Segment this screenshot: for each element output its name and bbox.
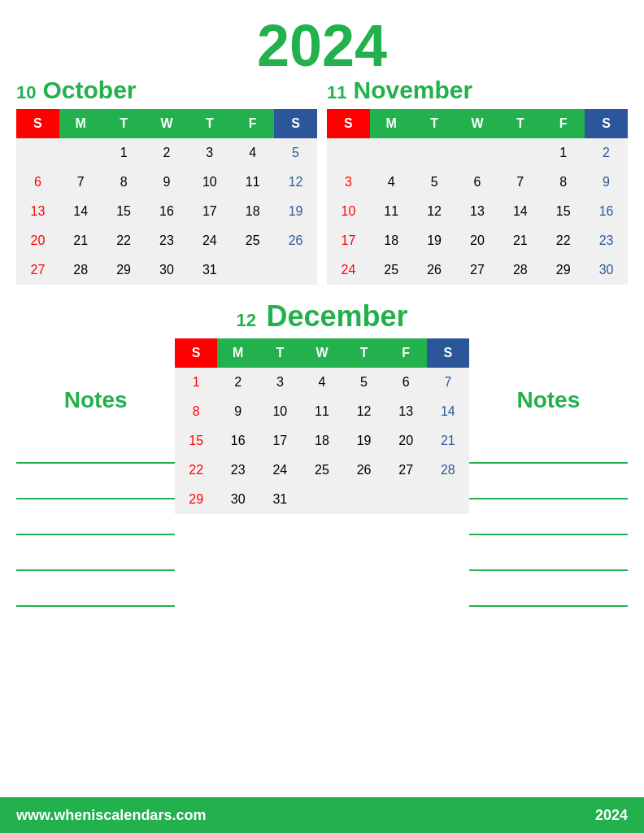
table-row: 22232425262728: [175, 456, 468, 485]
table-cell: 13: [16, 197, 59, 226]
table-cell: 23: [585, 226, 628, 255]
oct-th-wed: W: [146, 109, 189, 138]
table-cell: 16: [217, 426, 259, 456]
table-cell: 9: [146, 168, 189, 197]
table-row: 24252627282930: [327, 255, 628, 285]
table-cell: 25: [231, 226, 274, 255]
table-cell: 17: [327, 226, 370, 255]
oct-th-tue: T: [102, 109, 146, 138]
table-cell: 4: [301, 368, 343, 397]
table-cell: 14: [59, 197, 102, 226]
table-cell: 8: [542, 168, 585, 197]
table-cell: [274, 255, 317, 285]
table-cell: 9: [585, 168, 628, 197]
table-cell: 7: [427, 368, 469, 397]
table-cell: 18: [231, 197, 274, 226]
note-line-r2: [469, 464, 628, 499]
table-cell: 7: [498, 168, 542, 197]
dec-th-wed: W: [301, 338, 343, 368]
table-cell: 31: [188, 255, 231, 285]
table-cell: 20: [456, 226, 499, 255]
table-cell: [327, 138, 370, 168]
oct-th-fri: F: [231, 109, 274, 138]
november-header: 11 November: [327, 76, 628, 104]
table-cell: 29: [175, 485, 217, 514]
october-num: 10: [16, 82, 36, 103]
table-cell: 24: [259, 456, 302, 485]
table-cell: 6: [456, 168, 499, 197]
notes-right-label: Notes: [469, 387, 628, 413]
october-header: 10 October: [16, 76, 317, 104]
table-cell: 12: [343, 397, 385, 426]
table-row: 1234567: [175, 368, 468, 397]
table-row: 10111213141516: [327, 197, 628, 226]
notes-left-label: Notes: [16, 387, 175, 413]
nov-th-tue: T: [413, 109, 456, 138]
nov-th-thu: T: [498, 109, 542, 138]
table-cell: 14: [427, 397, 469, 426]
note-line-5: [16, 571, 175, 607]
table-cell: 22: [175, 456, 217, 485]
table-cell: [301, 485, 343, 514]
table-cell: 19: [413, 226, 456, 255]
november-table: S M T W T F S 12345678910111213141516171…: [327, 109, 628, 285]
table-cell: 12: [274, 168, 317, 197]
table-row: 12345: [16, 138, 317, 168]
november-body: 1234567891011121314151617181920212223242…: [327, 138, 628, 285]
table-cell: 10: [327, 197, 370, 226]
dec-row: Notes S M T W: [16, 338, 628, 607]
table-cell: [498, 138, 542, 168]
table-cell: 15: [175, 426, 217, 456]
table-cell: 2: [146, 138, 189, 168]
dec-th-tue: T: [259, 338, 302, 368]
table-cell: 27: [456, 255, 499, 285]
table-cell: 1: [102, 138, 146, 168]
table-cell: 6: [16, 168, 59, 197]
table-cell: 8: [175, 397, 217, 426]
november-num: 11: [327, 82, 346, 103]
table-row: 6789101112: [16, 168, 317, 197]
note-line-r3: [469, 499, 628, 535]
table-row: 2728293031: [16, 255, 317, 285]
table-row: 891011121314: [175, 397, 468, 426]
table-cell: 27: [385, 456, 427, 485]
table-cell: 21: [427, 426, 469, 456]
october-calendar: 10 October S M T W T F S 123456789101: [16, 76, 317, 285]
year-title: 2024: [257, 16, 387, 75]
table-cell: 9: [217, 397, 259, 426]
table-row: 17181920212223: [327, 226, 628, 255]
note-line-r4: [469, 535, 628, 571]
table-cell: 3: [259, 368, 302, 397]
table-cell: 10: [188, 168, 231, 197]
table-cell: 22: [542, 226, 585, 255]
table-cell: 14: [498, 197, 542, 226]
table-cell: 15: [542, 197, 585, 226]
table-cell: 25: [301, 456, 343, 485]
table-cell: 23: [146, 226, 189, 255]
footer-year: 2024: [595, 807, 628, 824]
december-section: 12 December Notes: [16, 299, 628, 607]
top-calendars: 10 October S M T W T F S 123456789101: [16, 76, 628, 285]
footer-url: www.wheniscalendars.com: [16, 807, 206, 824]
nov-th-sun: S: [327, 109, 370, 138]
table-cell: 21: [59, 226, 102, 255]
december-name: December: [266, 299, 407, 334]
october-header-row: S M T W T F S: [16, 109, 317, 138]
table-cell: 16: [585, 197, 628, 226]
table-cell: 23: [217, 456, 259, 485]
table-cell: 11: [370, 197, 413, 226]
table-cell: 24: [188, 226, 231, 255]
note-line-3: [16, 499, 175, 535]
table-cell: 29: [102, 255, 146, 285]
table-cell: 15: [102, 197, 146, 226]
dec-th-fri: F: [385, 338, 427, 368]
table-cell: 11: [231, 168, 274, 197]
table-cell: 31: [259, 485, 302, 514]
notes-left-lines: [16, 428, 175, 607]
table-cell: 13: [385, 397, 427, 426]
table-cell: 6: [385, 368, 427, 397]
table-cell: 12: [413, 197, 456, 226]
note-line-1: [16, 428, 175, 464]
december-body: 1234567891011121314151617181920212223242…: [175, 368, 468, 514]
table-cell: 28: [59, 255, 102, 285]
